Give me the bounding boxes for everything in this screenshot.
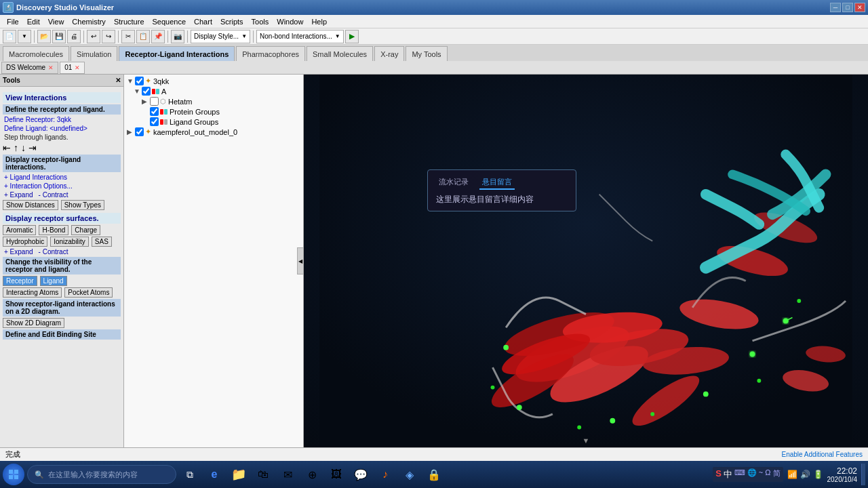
- vpn-button[interactable]: 🔒: [423, 464, 445, 485]
- show-distances[interactable]: Show Distances: [3, 200, 58, 210]
- explorer-button[interactable]: 📁: [228, 464, 250, 485]
- cut-button[interactable]: ✂: [121, 30, 135, 43]
- app2-button[interactable]: ◈: [399, 464, 420, 485]
- interacting-atoms-btn[interactable]: Interacting Atoms: [3, 287, 62, 298]
- interaction-options[interactable]: + Interaction Options...: [3, 182, 121, 190]
- expand-btn2[interactable]: + Expand: [4, 248, 33, 256]
- edge-button[interactable]: e: [203, 464, 225, 485]
- redo-button[interactable]: ↪: [102, 30, 115, 43]
- tree-check-kaempferol[interactable]: [135, 127, 144, 136]
- wechat-button[interactable]: 💬: [350, 464, 372, 485]
- open-button[interactable]: 📂: [37, 30, 51, 43]
- play-button[interactable]: ▶: [345, 30, 359, 43]
- step-down[interactable]: ↓: [21, 142, 26, 153]
- nonbond-dropdown[interactable]: Non-bond Interactions... ▼: [256, 30, 344, 43]
- menu-sequence[interactable]: Sequence: [149, 16, 191, 27]
- tree-check-ligand[interactable]: [150, 117, 159, 126]
- sas-btn[interactable]: SAS: [92, 237, 112, 247]
- tab-macromolecules[interactable]: Macromolecules: [3, 46, 69, 61]
- doc-tab-welcome[interactable]: DS Welcome ✕: [1, 62, 58, 74]
- step-last[interactable]: ⇥: [28, 142, 37, 153]
- ligand-btn[interactable]: Ligand: [40, 276, 67, 286]
- enable-features-btn[interactable]: Enable Additional Features: [781, 451, 863, 458]
- tree-collapse-btn[interactable]: ◀: [297, 247, 304, 274]
- new-button[interactable]: 📄: [3, 30, 16, 43]
- snapshot-button[interactable]: 📷: [171, 30, 184, 43]
- contract-btn1[interactable]: - Contract: [39, 191, 68, 199]
- taskbar-search[interactable]: 🔍 在这里输入你要搜索的内容: [27, 465, 176, 484]
- tree-check-protein[interactable]: [150, 107, 159, 116]
- maximize-button[interactable]: □: [842, 3, 853, 12]
- copy-button[interactable]: 📋: [136, 30, 150, 43]
- tab-xray[interactable]: X-ray: [374, 46, 404, 61]
- aromatic-btn[interactable]: Aromatic: [3, 225, 36, 235]
- store-button[interactable]: 🛍: [252, 464, 274, 485]
- tree-check-3qkk[interactable]: [135, 77, 144, 85]
- clock[interactable]: 22:02 2020/10/4: [827, 466, 858, 483]
- ime-tab-sticky[interactable]: 悬目留言: [479, 176, 515, 190]
- expand-btn1[interactable]: + Expand: [4, 191, 33, 199]
- show-desktop-button[interactable]: [861, 464, 865, 485]
- menu-chart[interactable]: Chart: [190, 16, 216, 27]
- mail-button[interactable]: ✉: [277, 464, 298, 485]
- battery-icon[interactable]: 🔋: [813, 470, 823, 479]
- menu-window[interactable]: Window: [273, 16, 307, 27]
- show-types[interactable]: Show Types: [61, 200, 104, 210]
- menu-tools[interactable]: Tools: [248, 16, 273, 27]
- close-button[interactable]: ✕: [854, 3, 865, 12]
- receptor-btn[interactable]: Receptor: [3, 276, 37, 286]
- define-ligand[interactable]: Define Ligand: <undefined>: [3, 125, 121, 132]
- menu-help[interactable]: Help: [307, 16, 331, 27]
- ionizability-btn[interactable]: Ionizability: [50, 237, 89, 247]
- tree-item-A1[interactable]: ▼ A: [125, 86, 302, 96]
- 3d-viewport[interactable]: 流水记录 悬目留言 这里展示悬目留言详细内容 ▼: [304, 75, 868, 447]
- photos-button[interactable]: 🖼: [326, 464, 347, 485]
- tree-check-hetatm[interactable]: [150, 97, 159, 106]
- doc-tab-01-close[interactable]: ✕: [75, 64, 80, 71]
- print-button[interactable]: 🖨: [67, 30, 81, 43]
- step-up[interactable]: ↑: [14, 142, 18, 153]
- ime-bar[interactable]: S 中 ⌨ 🌐 ~ Ω 简: [713, 467, 783, 482]
- tree-item-hetatm[interactable]: ▶ ⬡ Hetatm: [125, 96, 302, 106]
- tree-check-A1[interactable]: [142, 87, 151, 96]
- new-dropdown[interactable]: ▼: [18, 30, 31, 43]
- tree-item-ligand-groups[interactable]: Ligand Groups: [125, 117, 302, 127]
- menu-scripts[interactable]: Scripts: [216, 16, 248, 27]
- tree-item-protein-groups[interactable]: Protein Groups: [125, 106, 302, 117]
- qq-music-button[interactable]: ♪: [374, 464, 396, 485]
- display-style-dropdown[interactable]: Display Style... ▼: [191, 30, 250, 43]
- volume-icon[interactable]: 🔊: [800, 470, 810, 479]
- task-view-button[interactable]: ⧉: [179, 464, 201, 485]
- pocket-atoms-btn[interactable]: Pocket Atoms: [64, 287, 113, 298]
- start-button[interactable]: [3, 464, 24, 485]
- menu-view[interactable]: View: [44, 16, 68, 27]
- tab-my-tools[interactable]: My Tools: [406, 46, 447, 61]
- network-icon[interactable]: 📶: [787, 470, 797, 479]
- undo-button[interactable]: ↩: [87, 30, 100, 43]
- doc-tab-01[interactable]: 01 ✕: [60, 62, 85, 74]
- tab-small-molecules[interactable]: Small Molecules: [307, 46, 373, 61]
- hbond-btn[interactable]: H-Bond: [39, 225, 68, 235]
- step-first[interactable]: ⇤: [3, 142, 11, 153]
- show-2d-btn[interactable]: Show 2D Diagram: [3, 318, 64, 328]
- menu-structure[interactable]: Structure: [110, 16, 149, 27]
- menu-chemistry[interactable]: Chemistry: [68, 16, 110, 27]
- paste-button[interactable]: 📌: [151, 30, 165, 43]
- tab-pharmacophores[interactable]: Pharmacophores: [236, 46, 305, 61]
- hydrophobic-btn[interactable]: Hydrophobic: [3, 237, 47, 247]
- contract-btn2[interactable]: - Contract: [39, 248, 68, 256]
- tab-receptor-ligand[interactable]: Receptor-Ligand Interactions: [119, 46, 235, 61]
- menu-edit[interactable]: Edit: [23, 16, 44, 27]
- viewport-scroll-down[interactable]: ▼: [583, 436, 590, 445]
- save-button[interactable]: 💾: [52, 30, 66, 43]
- define-receptor[interactable]: Define Receptor: 3qkk: [3, 116, 121, 123]
- doc-tab-welcome-close[interactable]: ✕: [48, 64, 54, 71]
- chrome-button[interactable]: ⊕: [301, 464, 323, 485]
- ligand-interactions[interactable]: + Ligand Interactions: [3, 174, 121, 181]
- tree-item-3qkk[interactable]: ▼ ✦ 3qkk: [125, 76, 302, 86]
- charge-btn[interactable]: Charge: [71, 225, 100, 235]
- tree-item-kaempferol[interactable]: ▶ ✦ kaempferol_out_model_0: [125, 127, 302, 137]
- menu-file[interactable]: File: [3, 16, 23, 27]
- tab-simulation[interactable]: Simulation: [71, 46, 117, 61]
- minimize-button[interactable]: ─: [830, 3, 841, 12]
